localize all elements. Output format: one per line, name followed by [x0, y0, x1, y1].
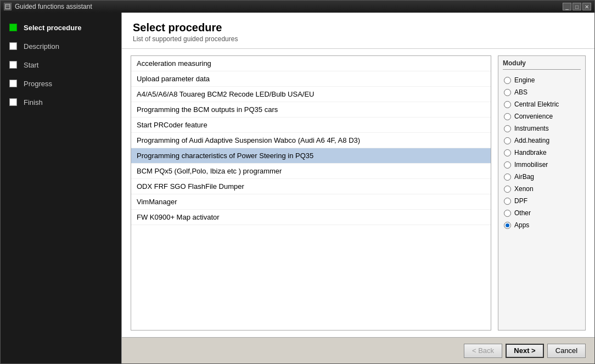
procedure-item[interactable]: Acceleration measuring — [131, 56, 491, 71]
step-icon-start — [8, 60, 18, 70]
module-item-airbag[interactable]: AirBag — [503, 171, 581, 183]
main-header: Select procedure List of supported guide… — [122, 13, 594, 49]
sidebar-label-start: Start — [24, 61, 38, 69]
module-label: Add.heating — [514, 137, 549, 144]
procedure-item[interactable]: ODX FRF SGO FlashFile Dumper — [131, 179, 491, 194]
modules-title: Moduły — [503, 59, 581, 70]
step-icon-description — [8, 41, 18, 51]
white-box-icon-start — [9, 61, 17, 69]
radio-icon — [504, 149, 511, 156]
main-window: Guided functions assistant _ □ ✕ Select … — [0, 0, 595, 364]
sidebar-item-description[interactable]: Description — [1, 37, 121, 55]
radio-icon — [504, 77, 511, 84]
step-icon-finish — [8, 97, 18, 107]
procedure-item[interactable]: Upload parameter data — [131, 71, 491, 87]
white-box-icon-progress — [9, 80, 17, 87]
radio-icon — [504, 125, 511, 132]
module-item-central-elektric[interactable]: Central Elektric — [503, 98, 581, 110]
main-body: Acceleration measuringUpload parameter d… — [122, 49, 594, 337]
radio-icon — [504, 222, 511, 229]
radio-icon — [504, 186, 511, 193]
sidebar-label-progress: Progress — [24, 80, 52, 88]
sidebar: Select procedure Description Start — [1, 13, 121, 363]
window-body: Select procedure Description Start — [1, 13, 594, 363]
module-label: Xenon — [514, 185, 534, 193]
module-item-other[interactable]: Other — [503, 207, 581, 219]
next-button[interactable]: Next > — [506, 344, 544, 358]
module-item-apps[interactable]: Apps — [503, 219, 581, 231]
radio-icon — [504, 101, 511, 108]
modules-panel: Moduły EngineABSCentral ElektricConvenie… — [498, 55, 586, 331]
radio-icon — [504, 137, 511, 144]
radio-icon — [504, 89, 511, 96]
minimize-button[interactable]: _ — [563, 3, 571, 10]
module-item-add-heating[interactable]: Add.heating — [503, 135, 581, 147]
sidebar-item-finish[interactable]: Finish — [1, 93, 121, 111]
main-content: Select procedure List of supported guide… — [121, 13, 594, 363]
svg-rect-0 — [5, 4, 10, 9]
sidebar-label-select-procedure: Select procedure — [24, 24, 82, 32]
module-label: Handbrake — [514, 149, 547, 156]
module-item-dpf[interactable]: DPF — [503, 195, 581, 207]
module-label: Central Elektric — [514, 100, 559, 108]
title-bar: Guided functions assistant _ □ ✕ — [1, 1, 594, 13]
module-item-convenience[interactable]: Convenience — [503, 110, 581, 122]
title-bar-controls: _ □ ✕ — [563, 3, 591, 10]
title-bar-left: Guided functions assistant — [4, 3, 92, 10]
white-box-icon-finish — [9, 98, 17, 106]
module-item-handbrake[interactable]: Handbrake — [503, 147, 581, 159]
maximize-button[interactable]: □ — [572, 3, 581, 10]
sidebar-item-select-procedure[interactable]: Select procedure — [1, 18, 121, 37]
procedure-item[interactable]: Programming characteristics of Power Ste… — [131, 148, 491, 164]
white-box-icon — [9, 42, 17, 50]
module-label: Instruments — [514, 125, 549, 132]
green-box-icon — [9, 24, 17, 31]
close-button[interactable]: ✕ — [582, 3, 591, 10]
module-label: Apps — [514, 221, 529, 229]
procedure-item[interactable]: Start PRCoder feature — [131, 117, 491, 133]
module-item-abs[interactable]: ABS — [503, 86, 581, 98]
radio-icon — [504, 173, 511, 181]
module-label: AirBag — [514, 173, 534, 181]
page-title: Select procedure — [133, 21, 583, 34]
window-title: Guided functions assistant — [15, 3, 92, 10]
module-item-engine[interactable]: Engine — [503, 74, 581, 86]
back-button[interactable]: < Back — [464, 344, 502, 358]
procedure-item[interactable]: FW K0900+ Map activator — [131, 210, 491, 225]
step-icon-select-procedure — [8, 23, 18, 32]
module-label: ABS — [514, 88, 527, 96]
radio-icon — [504, 161, 511, 169]
footer: < Back Next > Cancel — [122, 337, 594, 363]
procedure-item[interactable]: BCM PQx5 (Golf,Polo, Ibiza etc ) program… — [131, 164, 491, 179]
module-label: Immobiliser — [514, 161, 548, 169]
radio-icon — [504, 198, 511, 205]
module-label: Engine — [514, 76, 535, 84]
sidebar-item-start[interactable]: Start — [1, 55, 121, 74]
procedure-list[interactable]: Acceleration measuringUpload parameter d… — [131, 55, 491, 331]
radio-icon — [504, 113, 511, 120]
cancel-button[interactable]: Cancel — [547, 344, 586, 358]
procedure-item[interactable]: Programming of Audi Adaptive Suspension … — [131, 133, 491, 148]
procedure-item[interactable]: A4/A5/A6/A8 Touareg BCM2 Recode LED/Bulb… — [131, 87, 491, 102]
modules-list: EngineABSCentral ElektricConvenienceInst… — [503, 74, 581, 231]
module-label: Other — [514, 209, 531, 217]
module-label: DPF — [514, 197, 527, 205]
step-icon-progress — [8, 79, 18, 88]
sidebar-label-description: Description — [24, 42, 59, 51]
sidebar-item-progress[interactable]: Progress — [1, 74, 121, 93]
procedure-item[interactable]: VimManager — [131, 194, 491, 210]
procedure-item[interactable]: Programming the BCM outputs in PQ35 cars — [131, 102, 491, 117]
module-label: Convenience — [514, 113, 553, 120]
radio-icon — [504, 210, 511, 217]
page-subtitle: List of supported guided procedures — [133, 35, 583, 43]
window-icon — [4, 3, 12, 10]
module-item-instruments[interactable]: Instruments — [503, 122, 581, 135]
sidebar-label-finish: Finish — [24, 98, 43, 107]
module-item-immobiliser[interactable]: Immobiliser — [503, 159, 581, 171]
module-item-xenon[interactable]: Xenon — [503, 183, 581, 195]
